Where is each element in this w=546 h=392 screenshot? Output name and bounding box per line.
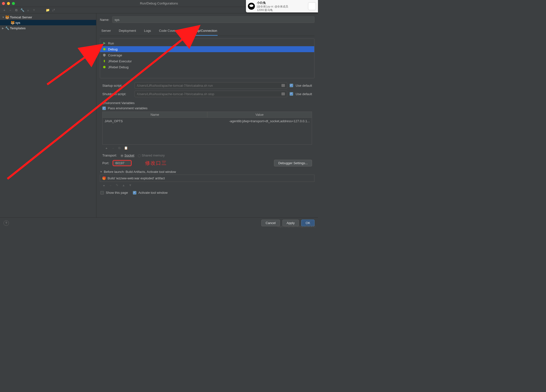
copy-icon[interactable]: ⧉ bbox=[14, 8, 18, 12]
mode-coverage[interactable]: Coverage bbox=[100, 52, 314, 58]
config-tabs: Server Deployment Logs Code Coverage Sta… bbox=[100, 27, 314, 36]
tab-server[interactable]: Server bbox=[101, 27, 111, 36]
mode-run[interactable]: Run bbox=[100, 40, 314, 46]
artifact-icon: 🎁 bbox=[102, 176, 106, 180]
activate-tool-window-checkbox[interactable] bbox=[133, 191, 136, 195]
watermark: https://blog.csdn.net/qq_28325291 bbox=[277, 225, 315, 228]
folder-icon[interactable] bbox=[281, 92, 285, 95]
tab-startup-connection[interactable]: Startup/Connection bbox=[189, 27, 218, 36]
avatar bbox=[308, 2, 316, 10]
tab-logs[interactable]: Logs bbox=[144, 27, 152, 36]
name-input[interactable] bbox=[112, 16, 314, 23]
play-icon bbox=[103, 41, 106, 45]
down-icon[interactable]: ▼ bbox=[32, 8, 36, 12]
add-icon[interactable]: ＋ bbox=[105, 146, 108, 151]
down-icon[interactable]: ▼ bbox=[129, 183, 132, 188]
help-button[interactable]: ? bbox=[3, 220, 9, 226]
remove-icon[interactable]: － bbox=[8, 8, 12, 12]
edit-icon[interactable]: ✎ bbox=[116, 183, 118, 188]
tree-templates[interactable]: ▶ 🔧 Templates bbox=[0, 25, 96, 31]
window-controls bbox=[2, 2, 15, 5]
qq-icon bbox=[248, 3, 255, 10]
transport-label: Transport: bbox=[102, 154, 117, 157]
shield-icon bbox=[103, 53, 106, 57]
shutdown-script-field: /Users/LiRui/tool/apache-tomcat-7/bin/ca… bbox=[135, 91, 287, 97]
sort-icon[interactable]: ↓² bbox=[52, 8, 55, 12]
svg-point-0 bbox=[103, 48, 106, 50]
add-icon[interactable]: ＋ bbox=[102, 183, 106, 188]
wrench-icon: 🔧 bbox=[5, 26, 9, 30]
chevron-down-icon[interactable]: ▼ bbox=[100, 170, 102, 173]
remove-icon[interactable]: － bbox=[109, 183, 112, 188]
qq-notification[interactable]: 小白兔 [@全体] py-π: @全体成员 12091套乌龟 bbox=[246, 0, 318, 12]
folder-icon[interactable]: 📁 bbox=[46, 8, 49, 12]
svg-point-1 bbox=[103, 66, 106, 68]
tab-code-coverage[interactable]: Code Coverage bbox=[158, 27, 182, 36]
rocket-icon bbox=[103, 59, 106, 63]
tree-tomcat-server[interactable]: ▼ 🐯 Tomcat Server bbox=[0, 14, 96, 20]
wrench-icon[interactable]: 🔧 bbox=[20, 8, 24, 12]
folder-icon[interactable] bbox=[281, 84, 285, 87]
window-title: Run/Debug Configurations bbox=[140, 1, 178, 5]
shutdown-use-default-checkbox[interactable] bbox=[290, 92, 293, 96]
pass-env-checkbox[interactable] bbox=[102, 107, 106, 110]
debugger-settings-button[interactable]: Debugger Settings... bbox=[274, 160, 312, 166]
port-input[interactable]: 60197 bbox=[113, 160, 131, 166]
mode-jrebel-debug[interactable]: JRebel Debug bbox=[100, 64, 314, 70]
show-this-page-checkbox[interactable] bbox=[100, 191, 104, 195]
tomcat-icon: 🐯 bbox=[5, 15, 9, 19]
dialog-footer: ? Cancel Apply OK bbox=[0, 217, 318, 228]
annotation-text: 修改口三 bbox=[145, 160, 167, 166]
config-content: Name: Server Deployment Logs Code Covera… bbox=[96, 13, 318, 217]
before-launch-item[interactable]: 🎁 Build 'wzzww-web:war exploded' artifac… bbox=[100, 175, 314, 182]
transport-shared-radio[interactable]: Shared memory bbox=[138, 154, 165, 157]
port-label: Port: bbox=[102, 161, 109, 165]
mode-jrebel-executor[interactable]: JRebel Executor bbox=[100, 58, 314, 64]
mode-panel: Run Debug Coverage JRebel Executor JRebe… bbox=[100, 39, 314, 78]
startup-script-field: /Users/LiRui/tool/apache-tomcat-7/bin/ca… bbox=[135, 82, 287, 89]
copy-icon[interactable]: ⧉ bbox=[118, 146, 120, 151]
tree-item-sys[interactable]: 🐯 sys bbox=[0, 20, 96, 25]
name-label: Name: bbox=[100, 18, 109, 22]
minimize-icon[interactable] bbox=[7, 2, 10, 5]
before-launch-label: Before launch: Build Artifacts, Activate… bbox=[104, 170, 176, 174]
tab-deployment[interactable]: Deployment bbox=[118, 27, 136, 36]
shutdown-script-label: Shutdown script: bbox=[102, 92, 132, 96]
bug-icon bbox=[103, 65, 106, 69]
table-row[interactable]: JAVA_OPTS -agentlib:jdwp=transport=dt_so… bbox=[103, 118, 312, 124]
transport-socket-radio[interactable]: Socket bbox=[120, 154, 134, 157]
remove-icon[interactable]: － bbox=[112, 146, 115, 151]
up-icon[interactable]: ▲ bbox=[122, 183, 125, 188]
bug-icon bbox=[103, 47, 106, 51]
cancel-button[interactable]: Cancel bbox=[261, 220, 280, 226]
startup-use-default-checkbox[interactable] bbox=[290, 84, 293, 87]
up-icon[interactable]: ▲ bbox=[26, 8, 30, 12]
env-title: Environment Variables bbox=[102, 101, 312, 105]
tomcat-icon: 🐯 bbox=[11, 21, 14, 24]
col-name: Name bbox=[103, 112, 207, 118]
env-table: Name Value JAVA_OPTS -agentlib:jdwp=tran… bbox=[102, 112, 312, 145]
config-tree: ▼ 🐯 Tomcat Server 🐯 sys ▶ 🔧 Templates bbox=[0, 13, 96, 217]
add-icon[interactable]: ＋ bbox=[2, 8, 6, 12]
col-value: Value bbox=[207, 112, 312, 118]
mode-debug[interactable]: Debug bbox=[100, 46, 314, 52]
paste-icon[interactable]: 📋 bbox=[124, 146, 128, 151]
startup-script-label: Startup script: bbox=[102, 84, 132, 87]
zoom-icon[interactable] bbox=[12, 2, 15, 5]
close-icon[interactable] bbox=[2, 2, 5, 5]
